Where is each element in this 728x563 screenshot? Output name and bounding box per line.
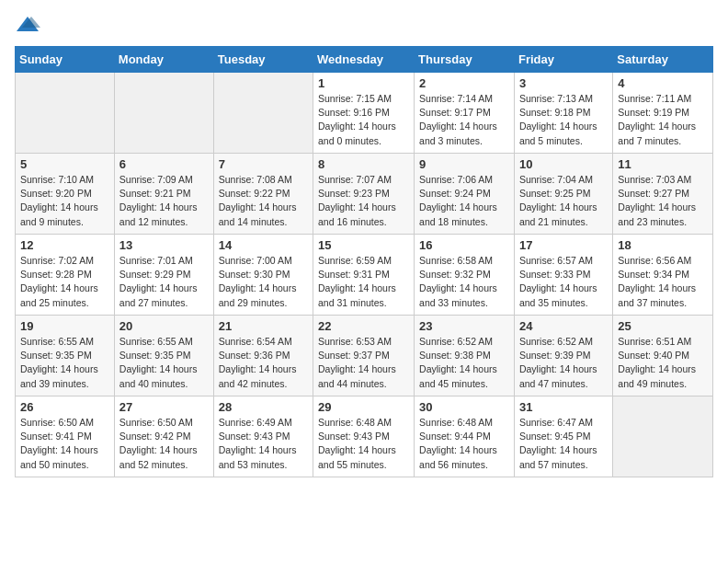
calendar-cell: 28Sunrise: 6:49 AMSunset: 9:43 PMDayligh… <box>213 396 313 477</box>
day-number: 24 <box>519 319 608 333</box>
calendar-cell <box>16 73 115 154</box>
weekday-header-saturday: Saturday <box>613 47 713 73</box>
day-number: 13 <box>119 238 209 252</box>
calendar-week-row: 5Sunrise: 7:10 AMSunset: 9:20 PMDaylight… <box>16 154 713 235</box>
day-info: Sunrise: 6:59 AMSunset: 9:31 PMDaylight:… <box>318 254 409 310</box>
calendar-cell <box>114 73 213 154</box>
day-info: Sunrise: 6:52 AMSunset: 9:39 PMDaylight:… <box>519 335 608 391</box>
day-number: 10 <box>519 157 608 171</box>
calendar-cell: 25Sunrise: 6:51 AMSunset: 9:40 PMDayligh… <box>613 316 713 396</box>
day-number: 9 <box>419 157 509 171</box>
calendar-cell: 11Sunrise: 7:03 AMSunset: 9:27 PMDayligh… <box>613 154 713 235</box>
weekday-header-monday: Monday <box>114 47 213 73</box>
calendar-week-row: 1Sunrise: 7:15 AMSunset: 9:16 PMDaylight… <box>16 73 713 154</box>
day-info: Sunrise: 6:56 AMSunset: 9:34 PMDaylight:… <box>618 254 708 310</box>
day-info: Sunrise: 7:14 AMSunset: 9:17 PMDaylight:… <box>419 92 509 148</box>
calendar-cell: 5Sunrise: 7:10 AMSunset: 9:20 PMDaylight… <box>16 154 115 235</box>
day-number: 25 <box>618 319 708 333</box>
calendar-week-row: 12Sunrise: 7:02 AMSunset: 9:28 PMDayligh… <box>16 235 713 316</box>
weekday-header-row: SundayMondayTuesdayWednesdayThursdayFrid… <box>16 47 713 73</box>
day-info: Sunrise: 7:01 AMSunset: 9:29 PMDaylight:… <box>119 254 209 310</box>
day-info: Sunrise: 7:13 AMSunset: 9:18 PMDaylight:… <box>519 92 608 148</box>
day-info: Sunrise: 6:50 AMSunset: 9:41 PMDaylight:… <box>20 416 109 472</box>
day-number: 14 <box>219 238 308 252</box>
day-info: Sunrise: 7:08 AMSunset: 9:22 PMDaylight:… <box>219 173 308 229</box>
day-info: Sunrise: 6:55 AMSunset: 9:35 PMDaylight:… <box>119 335 209 391</box>
calendar-cell: 30Sunrise: 6:48 AMSunset: 9:44 PMDayligh… <box>415 396 515 477</box>
day-info: Sunrise: 6:49 AMSunset: 9:43 PMDaylight:… <box>219 416 308 472</box>
calendar-cell: 24Sunrise: 6:52 AMSunset: 9:39 PMDayligh… <box>514 316 612 396</box>
day-number: 26 <box>20 400 109 414</box>
weekday-header-friday: Friday <box>514 47 612 73</box>
day-info: Sunrise: 7:06 AMSunset: 9:24 PMDaylight:… <box>419 173 509 229</box>
day-number: 21 <box>219 319 308 333</box>
day-number: 1 <box>318 76 409 90</box>
calendar-cell: 27Sunrise: 6:50 AMSunset: 9:42 PMDayligh… <box>114 396 213 477</box>
calendar-cell: 9Sunrise: 7:06 AMSunset: 9:24 PMDaylight… <box>415 154 515 235</box>
calendar-cell: 10Sunrise: 7:04 AMSunset: 9:25 PMDayligh… <box>514 154 612 235</box>
calendar-cell: 3Sunrise: 7:13 AMSunset: 9:18 PMDaylight… <box>514 73 612 154</box>
calendar-cell <box>613 396 713 477</box>
calendar-cell: 12Sunrise: 7:02 AMSunset: 9:28 PMDayligh… <box>16 235 115 316</box>
calendar-cell: 4Sunrise: 7:11 AMSunset: 9:19 PMDaylight… <box>613 73 713 154</box>
weekday-header-tuesday: Tuesday <box>213 47 313 73</box>
day-number: 29 <box>318 400 409 414</box>
logo <box>15 15 44 35</box>
day-number: 2 <box>419 76 509 90</box>
day-info: Sunrise: 6:51 AMSunset: 9:40 PMDaylight:… <box>618 335 708 391</box>
calendar-cell: 23Sunrise: 6:52 AMSunset: 9:38 PMDayligh… <box>415 316 515 396</box>
day-number: 3 <box>519 76 608 90</box>
day-number: 19 <box>20 319 109 333</box>
day-info: Sunrise: 6:53 AMSunset: 9:37 PMDaylight:… <box>318 335 409 391</box>
calendar-cell: 18Sunrise: 6:56 AMSunset: 9:34 PMDayligh… <box>613 235 713 316</box>
day-number: 6 <box>119 157 209 171</box>
weekday-header-wednesday: Wednesday <box>313 47 415 73</box>
calendar-cell: 8Sunrise: 7:07 AMSunset: 9:23 PMDaylight… <box>313 154 415 235</box>
calendar-cell: 15Sunrise: 6:59 AMSunset: 9:31 PMDayligh… <box>313 235 415 316</box>
calendar-cell: 29Sunrise: 6:48 AMSunset: 9:43 PMDayligh… <box>313 396 415 477</box>
calendar-cell <box>213 73 313 154</box>
day-number: 30 <box>419 400 509 414</box>
calendar-cell: 13Sunrise: 7:01 AMSunset: 9:29 PMDayligh… <box>114 235 213 316</box>
day-number: 15 <box>318 238 409 252</box>
page-header <box>15 15 713 35</box>
day-number: 20 <box>119 319 209 333</box>
day-info: Sunrise: 7:07 AMSunset: 9:23 PMDaylight:… <box>318 173 409 229</box>
day-info: Sunrise: 7:04 AMSunset: 9:25 PMDaylight:… <box>519 173 608 229</box>
day-info: Sunrise: 6:54 AMSunset: 9:36 PMDaylight:… <box>219 335 308 391</box>
day-info: Sunrise: 7:02 AMSunset: 9:28 PMDaylight:… <box>20 254 109 310</box>
calendar-table: SundayMondayTuesdayWednesdayThursdayFrid… <box>15 46 713 477</box>
day-number: 7 <box>219 157 308 171</box>
calendar-week-row: 19Sunrise: 6:55 AMSunset: 9:35 PMDayligh… <box>16 316 713 396</box>
calendar-cell: 7Sunrise: 7:08 AMSunset: 9:22 PMDaylight… <box>213 154 313 235</box>
day-info: Sunrise: 6:52 AMSunset: 9:38 PMDaylight:… <box>419 335 509 391</box>
calendar-cell: 6Sunrise: 7:09 AMSunset: 9:21 PMDaylight… <box>114 154 213 235</box>
day-number: 17 <box>519 238 608 252</box>
calendar-cell: 2Sunrise: 7:14 AMSunset: 9:17 PMDaylight… <box>415 73 515 154</box>
calendar-cell: 26Sunrise: 6:50 AMSunset: 9:41 PMDayligh… <box>16 396 115 477</box>
day-number: 11 <box>618 157 708 171</box>
calendar-week-row: 26Sunrise: 6:50 AMSunset: 9:41 PMDayligh… <box>16 396 713 477</box>
calendar-cell: 20Sunrise: 6:55 AMSunset: 9:35 PMDayligh… <box>114 316 213 396</box>
logo-icon <box>15 15 40 35</box>
day-info: Sunrise: 6:48 AMSunset: 9:43 PMDaylight:… <box>318 416 409 472</box>
day-info: Sunrise: 6:48 AMSunset: 9:44 PMDaylight:… <box>419 416 509 472</box>
day-number: 5 <box>20 157 109 171</box>
day-number: 18 <box>618 238 708 252</box>
day-info: Sunrise: 6:50 AMSunset: 9:42 PMDaylight:… <box>119 416 209 472</box>
calendar-cell: 14Sunrise: 7:00 AMSunset: 9:30 PMDayligh… <box>213 235 313 316</box>
day-number: 12 <box>20 238 109 252</box>
day-info: Sunrise: 7:09 AMSunset: 9:21 PMDaylight:… <box>119 173 209 229</box>
day-info: Sunrise: 7:11 AMSunset: 9:19 PMDaylight:… <box>618 92 708 148</box>
day-number: 8 <box>318 157 409 171</box>
day-number: 22 <box>318 319 409 333</box>
day-info: Sunrise: 7:15 AMSunset: 9:16 PMDaylight:… <box>318 92 409 148</box>
calendar-cell: 16Sunrise: 6:58 AMSunset: 9:32 PMDayligh… <box>415 235 515 316</box>
day-info: Sunrise: 6:57 AMSunset: 9:33 PMDaylight:… <box>519 254 608 310</box>
weekday-header-sunday: Sunday <box>16 47 115 73</box>
calendar-cell: 21Sunrise: 6:54 AMSunset: 9:36 PMDayligh… <box>213 316 313 396</box>
day-number: 4 <box>618 76 708 90</box>
calendar-cell: 31Sunrise: 6:47 AMSunset: 9:45 PMDayligh… <box>514 396 612 477</box>
day-number: 28 <box>219 400 308 414</box>
day-info: Sunrise: 7:00 AMSunset: 9:30 PMDaylight:… <box>219 254 308 310</box>
